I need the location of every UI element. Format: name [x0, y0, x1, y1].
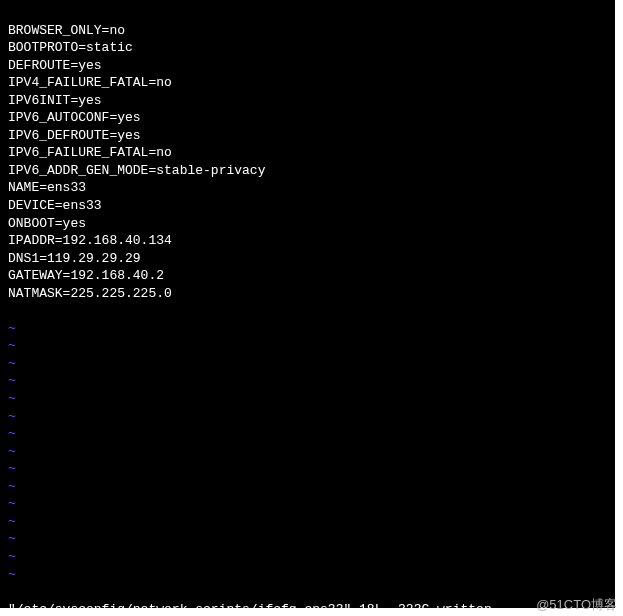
vim-tildes: ~~~~~~~~~~~~~~~	[8, 320, 607, 583]
config-line: IPV6INIT=yes	[8, 92, 607, 110]
config-line: BROWSER_ONLY=no	[8, 22, 607, 40]
vim-tilde-line: ~	[8, 408, 607, 426]
vim-tilde-line: ~	[8, 390, 607, 408]
config-line: IPADDR=192.168.40.134	[8, 232, 607, 250]
vim-tilde-line: ~	[8, 320, 607, 338]
config-line: IPV6_AUTOCONF=yes	[8, 109, 607, 127]
config-line: GATEWAY=192.168.40.2	[8, 267, 607, 285]
vim-tilde-line: ~	[8, 337, 607, 355]
config-line: NAME=ens33	[8, 179, 607, 197]
vim-tilde-line: ~	[8, 495, 607, 513]
terminal-window[interactable]: BROWSER_ONLY=noBOOTPROTO=staticDEFROUTE=…	[0, 0, 615, 608]
config-line: NATMASK=225.225.225.0	[8, 285, 607, 303]
vim-tilde-line: ~	[8, 530, 607, 548]
vim-tilde-line: ~	[8, 425, 607, 443]
config-content: BROWSER_ONLY=noBOOTPROTO=staticDEFROUTE=…	[8, 22, 607, 303]
config-line: IPV6_ADDR_GEN_MODE=stable-privacy	[8, 162, 607, 180]
vim-tilde-line: ~	[8, 478, 607, 496]
vim-tilde-line: ~	[8, 513, 607, 531]
config-line: IPV4_FAILURE_FATAL=no	[8, 74, 607, 92]
vim-tilde-line: ~	[8, 443, 607, 461]
config-line: DEVICE=ens33	[8, 197, 607, 215]
config-line: IPV6_DEFROUTE=yes	[8, 127, 607, 145]
vim-tilde-line: ~	[8, 460, 607, 478]
config-line: DNS1=119.29.29.29	[8, 250, 607, 268]
config-line: ONBOOT=yes	[8, 215, 607, 233]
config-line: BOOTPROTO=static	[8, 39, 607, 57]
vim-status-line: "/etc/sysconfig/network-scripts/ifcfg-en…	[8, 601, 607, 608]
vim-tilde-line: ~	[8, 566, 607, 584]
vim-tilde-line: ~	[8, 372, 607, 390]
config-line: IPV6_FAILURE_FATAL=no	[8, 144, 607, 162]
vim-tilde-line: ~	[8, 355, 607, 373]
watermark-text: @51CTO博客	[536, 596, 617, 614]
config-line: DEFROUTE=yes	[8, 57, 607, 75]
vim-tilde-line: ~	[8, 548, 607, 566]
